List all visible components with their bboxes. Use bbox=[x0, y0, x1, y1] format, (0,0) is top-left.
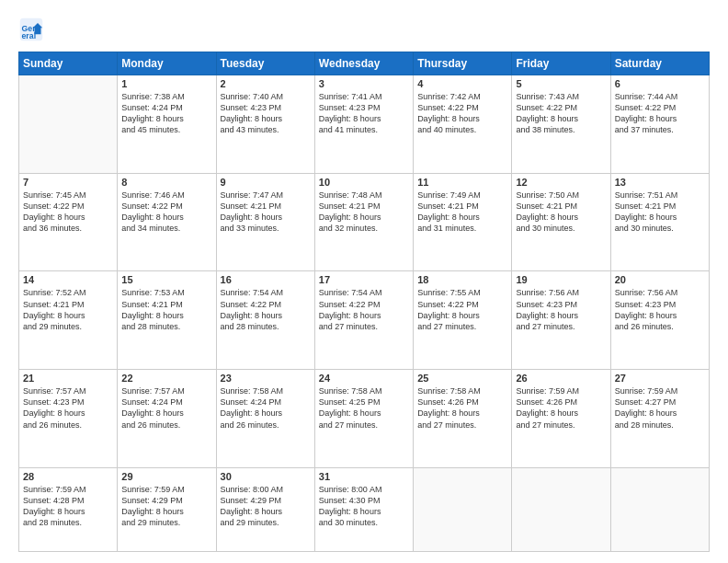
day-number: 27 bbox=[615, 373, 705, 384]
calendar-cell: 30Sunrise: 8:00 AM Sunset: 4:29 PM Dayli… bbox=[216, 467, 314, 551]
svg-text:eral: eral bbox=[22, 31, 37, 40]
day-number: 13 bbox=[615, 177, 705, 188]
header: Gen eral bbox=[18, 17, 710, 42]
calendar-cell: 28Sunrise: 7:59 AM Sunset: 4:28 PM Dayli… bbox=[19, 467, 118, 551]
calendar-cell bbox=[414, 467, 512, 551]
day-number: 12 bbox=[516, 177, 606, 188]
cell-content: Sunrise: 7:58 AM Sunset: 4:25 PM Dayligh… bbox=[319, 385, 409, 431]
day-number: 23 bbox=[221, 373, 311, 384]
cell-content: Sunrise: 7:40 AM Sunset: 4:23 PM Dayligh… bbox=[221, 91, 311, 136]
calendar-cell: 17Sunrise: 7:54 AM Sunset: 4:22 PM Dayli… bbox=[314, 271, 413, 370]
cell-content: Sunrise: 7:42 AM Sunset: 4:22 PM Dayligh… bbox=[417, 91, 507, 136]
weekday-header-wednesday: Wednesday bbox=[314, 52, 413, 75]
calendar-cell: 5Sunrise: 7:43 AM Sunset: 4:22 PM Daylig… bbox=[512, 75, 610, 174]
calendar-cell: 11Sunrise: 7:49 AM Sunset: 4:21 PM Dayli… bbox=[414, 173, 512, 271]
day-number: 2 bbox=[221, 78, 311, 89]
cell-content: Sunrise: 7:57 AM Sunset: 4:23 PM Dayligh… bbox=[23, 385, 113, 431]
day-number: 18 bbox=[417, 274, 507, 285]
calendar-cell: 20Sunrise: 7:56 AM Sunset: 4:23 PM Dayli… bbox=[610, 271, 709, 370]
calendar-cell: 4Sunrise: 7:42 AM Sunset: 4:22 PM Daylig… bbox=[414, 75, 512, 174]
day-number: 3 bbox=[319, 78, 409, 89]
cell-content: Sunrise: 7:49 AM Sunset: 4:21 PM Dayligh… bbox=[417, 190, 507, 235]
cell-content: Sunrise: 7:53 AM Sunset: 4:21 PM Dayligh… bbox=[121, 287, 211, 332]
cell-content: Sunrise: 7:41 AM Sunset: 4:23 PM Dayligh… bbox=[319, 91, 409, 136]
calendar-cell bbox=[512, 467, 610, 551]
cell-content: Sunrise: 8:00 AM Sunset: 4:29 PM Dayligh… bbox=[221, 484, 311, 529]
cell-content: Sunrise: 8:00 AM Sunset: 4:30 PM Dayligh… bbox=[319, 484, 409, 529]
calendar-cell: 6Sunrise: 7:44 AM Sunset: 4:22 PM Daylig… bbox=[610, 75, 709, 174]
cell-content: Sunrise: 7:54 AM Sunset: 4:22 PM Dayligh… bbox=[319, 287, 409, 332]
calendar-cell: 26Sunrise: 7:59 AM Sunset: 4:26 PM Dayli… bbox=[512, 370, 610, 468]
cell-content: Sunrise: 7:48 AM Sunset: 4:21 PM Dayligh… bbox=[319, 190, 409, 235]
cell-content: Sunrise: 7:46 AM Sunset: 4:22 PM Dayligh… bbox=[121, 190, 211, 235]
calendar-cell: 14Sunrise: 7:52 AM Sunset: 4:21 PM Dayli… bbox=[19, 271, 118, 370]
day-number: 24 bbox=[319, 373, 409, 384]
day-number: 16 bbox=[221, 274, 311, 285]
weekday-header-monday: Monday bbox=[118, 52, 216, 75]
calendar-cell: 31Sunrise: 8:00 AM Sunset: 4:30 PM Dayli… bbox=[314, 467, 413, 551]
calendar-cell: 23Sunrise: 7:58 AM Sunset: 4:24 PM Dayli… bbox=[216, 370, 314, 468]
week-row-2: 7Sunrise: 7:45 AM Sunset: 4:22 PM Daylig… bbox=[19, 173, 710, 271]
cell-content: Sunrise: 7:38 AM Sunset: 4:24 PM Dayligh… bbox=[121, 91, 211, 136]
calendar-cell: 27Sunrise: 7:59 AM Sunset: 4:27 PM Dayli… bbox=[610, 370, 709, 468]
calendar-cell: 19Sunrise: 7:56 AM Sunset: 4:23 PM Dayli… bbox=[512, 271, 610, 370]
day-number: 29 bbox=[121, 471, 211, 482]
calendar-cell: 7Sunrise: 7:45 AM Sunset: 4:22 PM Daylig… bbox=[19, 173, 118, 271]
day-number: 19 bbox=[516, 274, 606, 285]
day-number: 7 bbox=[23, 177, 113, 188]
day-number: 14 bbox=[23, 274, 113, 285]
cell-content: Sunrise: 7:56 AM Sunset: 4:23 PM Dayligh… bbox=[516, 287, 606, 332]
day-number: 30 bbox=[221, 471, 311, 482]
calendar-cell: 25Sunrise: 7:58 AM Sunset: 4:26 PM Dayli… bbox=[414, 370, 512, 468]
week-row-5: 28Sunrise: 7:59 AM Sunset: 4:28 PM Dayli… bbox=[19, 467, 710, 551]
weekday-header-thursday: Thursday bbox=[414, 52, 512, 75]
calendar-cell: 13Sunrise: 7:51 AM Sunset: 4:21 PM Dayli… bbox=[610, 173, 709, 271]
day-number: 22 bbox=[121, 373, 211, 384]
day-number: 17 bbox=[319, 274, 409, 285]
logo-icon: Gen eral bbox=[18, 17, 44, 42]
cell-content: Sunrise: 7:58 AM Sunset: 4:24 PM Dayligh… bbox=[221, 385, 311, 431]
page: Gen eral SundayMondayTuesdayWednesdayThu… bbox=[0, 0, 728, 563]
week-row-4: 21Sunrise: 7:57 AM Sunset: 4:23 PM Dayli… bbox=[19, 370, 710, 468]
week-row-3: 14Sunrise: 7:52 AM Sunset: 4:21 PM Dayli… bbox=[19, 271, 710, 370]
cell-content: Sunrise: 7:58 AM Sunset: 4:26 PM Dayligh… bbox=[417, 385, 507, 431]
logo: Gen eral bbox=[18, 17, 48, 42]
day-number: 28 bbox=[23, 471, 113, 482]
day-number: 5 bbox=[516, 78, 606, 89]
day-number: 31 bbox=[319, 471, 409, 482]
day-number: 8 bbox=[121, 177, 211, 188]
calendar-cell: 15Sunrise: 7:53 AM Sunset: 4:21 PM Dayli… bbox=[118, 271, 216, 370]
calendar-cell: 2Sunrise: 7:40 AM Sunset: 4:23 PM Daylig… bbox=[216, 75, 314, 174]
calendar-cell: 8Sunrise: 7:46 AM Sunset: 4:22 PM Daylig… bbox=[118, 173, 216, 271]
calendar-cell: 18Sunrise: 7:55 AM Sunset: 4:22 PM Dayli… bbox=[414, 271, 512, 370]
day-number: 4 bbox=[417, 78, 507, 89]
weekday-header-sunday: Sunday bbox=[19, 52, 118, 75]
calendar-cell: 16Sunrise: 7:54 AM Sunset: 4:22 PM Dayli… bbox=[216, 271, 314, 370]
weekday-header-friday: Friday bbox=[512, 52, 610, 75]
cell-content: Sunrise: 7:55 AM Sunset: 4:22 PM Dayligh… bbox=[417, 287, 507, 332]
cell-content: Sunrise: 7:44 AM Sunset: 4:22 PM Dayligh… bbox=[615, 91, 705, 136]
calendar-cell: 1Sunrise: 7:38 AM Sunset: 4:24 PM Daylig… bbox=[118, 75, 216, 174]
cell-content: Sunrise: 7:50 AM Sunset: 4:21 PM Dayligh… bbox=[516, 190, 606, 235]
cell-content: Sunrise: 7:59 AM Sunset: 4:26 PM Dayligh… bbox=[516, 385, 606, 431]
cell-content: Sunrise: 7:57 AM Sunset: 4:24 PM Dayligh… bbox=[121, 385, 211, 431]
calendar-cell bbox=[610, 467, 709, 551]
calendar-cell: 24Sunrise: 7:58 AM Sunset: 4:25 PM Dayli… bbox=[314, 370, 413, 468]
cell-content: Sunrise: 7:56 AM Sunset: 4:23 PM Dayligh… bbox=[615, 287, 705, 332]
day-number: 11 bbox=[417, 177, 507, 188]
calendar-cell bbox=[19, 75, 118, 174]
cell-content: Sunrise: 7:45 AM Sunset: 4:22 PM Dayligh… bbox=[23, 190, 113, 235]
cell-content: Sunrise: 7:54 AM Sunset: 4:22 PM Dayligh… bbox=[221, 287, 311, 332]
day-number: 6 bbox=[615, 78, 705, 89]
calendar-cell: 10Sunrise: 7:48 AM Sunset: 4:21 PM Dayli… bbox=[314, 173, 413, 271]
weekday-header-tuesday: Tuesday bbox=[216, 52, 314, 75]
calendar-table: SundayMondayTuesdayWednesdayThursdayFrid… bbox=[18, 52, 710, 552]
calendar-cell: 29Sunrise: 7:59 AM Sunset: 4:29 PM Dayli… bbox=[118, 467, 216, 551]
weekday-header-row: SundayMondayTuesdayWednesdayThursdayFrid… bbox=[19, 52, 710, 75]
calendar-cell: 21Sunrise: 7:57 AM Sunset: 4:23 PM Dayli… bbox=[19, 370, 118, 468]
day-number: 1 bbox=[121, 78, 211, 89]
calendar-cell: 9Sunrise: 7:47 AM Sunset: 4:21 PM Daylig… bbox=[216, 173, 314, 271]
day-number: 15 bbox=[121, 274, 211, 285]
day-number: 20 bbox=[615, 274, 705, 285]
calendar-cell: 3Sunrise: 7:41 AM Sunset: 4:23 PM Daylig… bbox=[314, 75, 413, 174]
